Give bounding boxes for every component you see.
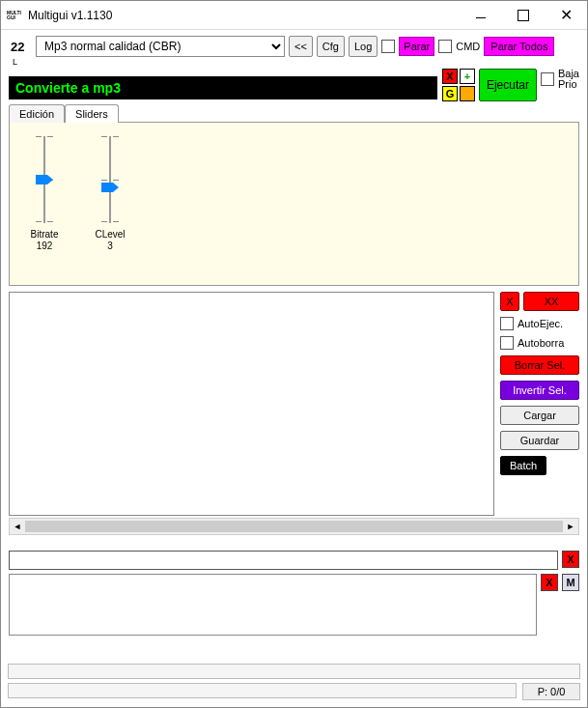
delete-all-button[interactable]: XX (523, 292, 579, 311)
tab-edicion[interactable]: Edición (9, 104, 65, 123)
cargar-button[interactable]: Cargar (500, 406, 579, 425)
file-list-hscroll[interactable]: ◄ ► (9, 518, 579, 535)
remove-button[interactable]: X (442, 69, 458, 84)
bitrate-label: Bitrate (31, 229, 59, 240)
add-button[interactable]: + (460, 69, 475, 84)
cmd-label: CMD (456, 41, 480, 52)
clevel-slider[interactable] (109, 136, 111, 223)
clear-output-button[interactable]: X (541, 574, 558, 591)
parar-todos-button[interactable]: Parar Todos (484, 37, 554, 56)
progress-bar-1 (8, 664, 580, 679)
letter-l: L (1, 57, 587, 67)
clevel-label: CLevel (95, 229, 125, 240)
autoejec-checkbox[interactable] (500, 317, 514, 330)
tab-sliders[interactable]: Sliders (65, 104, 119, 123)
command-input[interactable] (9, 551, 558, 570)
clevel-thumb-icon[interactable] (101, 183, 119, 192)
clevel-value: 3 (107, 241, 113, 251)
back-button[interactable]: << (289, 36, 313, 57)
output-area[interactable] (9, 574, 537, 636)
svg-marker-0 (36, 175, 53, 184)
clear-input-button[interactable]: X (562, 551, 579, 568)
baja-prio-checkbox[interactable] (541, 72, 554, 86)
autoborra-checkbox[interactable] (500, 336, 514, 350)
app-icon: MULTIGUI (7, 8, 22, 23)
operation-banner: Convierte a mp3 (9, 76, 437, 99)
orange-button[interactable] (460, 86, 475, 101)
progress-bar-2 (8, 683, 517, 698)
guardar-button[interactable]: Guardar (500, 431, 579, 450)
log-checkbox[interactable] (381, 40, 395, 53)
maximize-button[interactable] (502, 2, 545, 29)
cfg-button[interactable]: Cfg (317, 36, 345, 57)
baja-label-2: Prio (558, 79, 579, 90)
scroll-left-icon[interactable]: ◄ (10, 519, 25, 534)
svg-marker-1 (101, 183, 119, 192)
delete-one-button[interactable]: X (500, 292, 519, 311)
cmd-checkbox[interactable] (438, 40, 452, 53)
scroll-right-icon[interactable]: ► (563, 519, 578, 534)
invertir-sel-button[interactable]: Invertir Sel. (500, 381, 579, 400)
bitrate-value: 192 (37, 241, 53, 251)
minimize-button[interactable] (460, 2, 502, 29)
sliders-panel: Bitrate 192 CLevel 3 (9, 122, 579, 286)
batch-button[interactable]: Batch (500, 456, 546, 475)
borrar-sel-button[interactable]: Borrar Sel. (500, 355, 579, 375)
autoejec-label: AutoEjec. (518, 318, 563, 329)
m-button[interactable]: M (562, 574, 579, 591)
preset-number: 22 (11, 40, 32, 54)
log-button[interactable]: Log (349, 36, 378, 57)
bitrate-thumb-icon[interactable] (36, 175, 53, 184)
window-title: Multigui v1.1130 (28, 9, 112, 22)
bitrate-slider[interactable] (43, 136, 45, 223)
file-list[interactable] (9, 292, 494, 516)
close-button[interactable]: ✕ (545, 2, 587, 29)
preset-select[interactable]: Mp3 normal calidad (CBR) (36, 36, 285, 57)
parar-button[interactable]: Parar (399, 37, 434, 56)
progress-count: P: 0/0 (522, 683, 580, 700)
g-button[interactable]: G (442, 86, 458, 101)
ejecutar-button[interactable]: Ejecutar (479, 69, 537, 101)
autoborra-label: Autoborra (518, 337, 564, 349)
